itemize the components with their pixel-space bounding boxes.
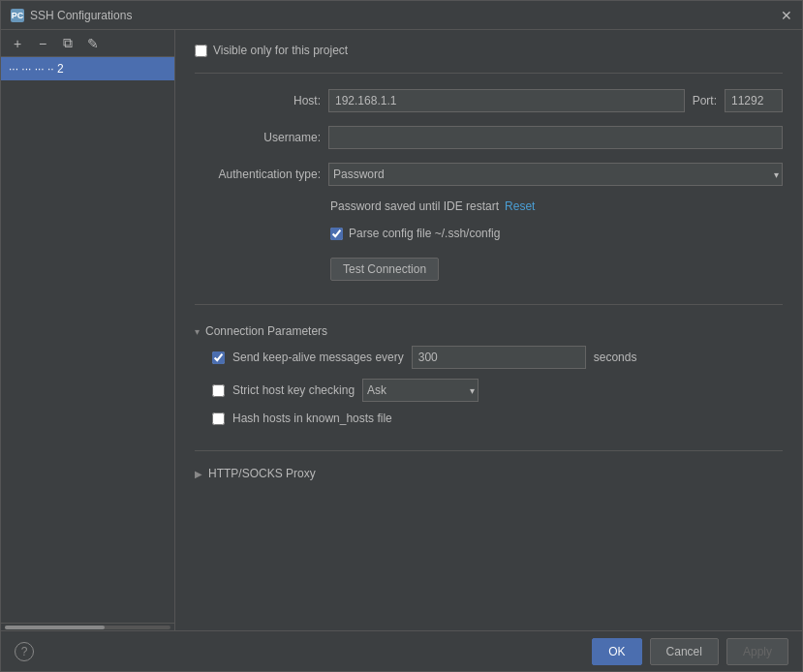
divider-3 <box>195 450 783 451</box>
strict-host-checkbox[interactable] <box>212 384 225 397</box>
username-label: Username: <box>195 131 321 144</box>
visible-only-label[interactable]: Visible only for this project <box>213 44 348 57</box>
apply-button[interactable]: Apply <box>726 638 788 665</box>
main-content: + − ⧉ ✎ ··· ··· ··· ·· 2 Visible only fo… <box>1 30 802 630</box>
server-list: ··· ··· ··· ·· 2 <box>1 57 174 623</box>
seconds-label: seconds <box>594 351 637 364</box>
connection-params-body: Send keep-alive messages every seconds S… <box>195 346 783 425</box>
app-icon: PC <box>11 9 24 22</box>
titlebar-left: PC SSH Configurations <box>11 9 132 22</box>
port-input[interactable] <box>725 89 783 112</box>
parse-config-row: Parse config file ~/.ssh/config <box>195 227 783 240</box>
host-row: Host: Port: <box>195 89 783 112</box>
parse-config-checkbox[interactable] <box>330 228 343 240</box>
keep-alive-label[interactable]: Send keep-alive messages every <box>232 351 404 364</box>
username-row: Username: <box>195 126 783 149</box>
auth-type-label: Authentication type: <box>195 168 321 181</box>
collapse-arrow-icon: ▾ <box>195 326 200 337</box>
strict-host-select-wrapper: Ask Yes No <box>362 379 479 402</box>
footer-left: ? <box>15 642 34 661</box>
strict-host-row: Strict host key checking Ask Yes No <box>212 379 783 402</box>
host-input[interactable] <box>328 89 685 112</box>
scroll-thumb <box>5 626 105 629</box>
auth-type-row: Authentication type: Password Key pair O… <box>195 163 783 186</box>
proxy-header[interactable]: ▶ HTTP/SOCKS Proxy <box>195 467 783 480</box>
left-panel: + − ⧉ ✎ ··· ··· ··· ·· 2 <box>1 30 175 630</box>
reset-button[interactable]: Reset <box>505 199 535 213</box>
add-config-button[interactable]: + <box>7 34 28 53</box>
strict-host-select[interactable]: Ask Yes No <box>362 379 479 402</box>
expand-arrow-icon: ▶ <box>195 469 202 479</box>
keep-alive-input[interactable] <box>412 346 586 369</box>
right-panel: Visible only for this project Host: Port… <box>175 30 802 630</box>
port-label: Port: <box>693 94 717 107</box>
divider-1 <box>195 73 783 74</box>
ssh-configurations-dialog: PC SSH Configurations ✕ + − ⧉ ✎ ··· ··· … <box>0 0 803 672</box>
left-toolbar: + − ⧉ ✎ <box>1 30 174 57</box>
help-button[interactable]: ? <box>15 642 34 661</box>
auth-type-select[interactable]: Password Key pair OpenSSH config and aut… <box>328 163 783 186</box>
visible-only-checkbox[interactable] <box>195 45 207 57</box>
copy-config-button[interactable]: ⧉ <box>57 34 78 53</box>
ok-button[interactable]: OK <box>592 638 641 665</box>
titlebar: PC SSH Configurations ✕ <box>1 1 802 30</box>
hash-hosts-row: Hash hosts in known_hosts file <box>212 412 783 425</box>
visible-only-row: Visible only for this project <box>195 44 783 57</box>
username-input[interactable] <box>328 126 783 149</box>
footer: ? OK Cancel Apply <box>1 630 802 671</box>
list-item[interactable]: ··· ··· ··· ·· 2 <box>1 57 174 80</box>
password-info-row: Password saved until IDE restart Reset <box>195 199 783 213</box>
divider-2 <box>195 304 783 305</box>
connection-params-section: ▾ Connection Parameters Send keep-alive … <box>195 324 783 435</box>
strict-host-label[interactable]: Strict host key checking <box>232 383 355 397</box>
cancel-button[interactable]: Cancel <box>650 638 719 665</box>
proxy-label: HTTP/SOCKS Proxy <box>208 467 316 480</box>
parse-config-label[interactable]: Parse config file ~/.ssh/config <box>349 227 500 240</box>
proxy-section: ▶ HTTP/SOCKS Proxy <box>195 467 783 488</box>
horizontal-scrollbar[interactable] <box>1 623 174 630</box>
hash-hosts-label[interactable]: Hash hosts in known_hosts file <box>232 412 392 425</box>
hash-hosts-checkbox[interactable] <box>212 412 225 425</box>
password-saved-text: Password saved until IDE restart <box>330 199 499 213</box>
test-connection-button[interactable]: Test Connection <box>330 258 439 281</box>
footer-right: OK Cancel Apply <box>592 638 788 665</box>
edit-config-button[interactable]: ✎ <box>82 34 104 53</box>
keep-alive-row: Send keep-alive messages every seconds <box>212 346 783 369</box>
connection-params-label: Connection Parameters <box>205 324 327 338</box>
keep-alive-checkbox[interactable] <box>212 351 225 364</box>
remove-config-button[interactable]: − <box>32 34 53 53</box>
host-label: Host: <box>195 94 321 107</box>
test-connection-row: Test Connection <box>195 258 783 281</box>
dialog-title: SSH Configurations <box>30 9 132 22</box>
close-button[interactable]: ✕ <box>781 8 792 23</box>
auth-type-select-wrapper: Password Key pair OpenSSH config and aut… <box>328 163 783 186</box>
scroll-track <box>5 626 170 629</box>
connection-params-header[interactable]: ▾ Connection Parameters <box>195 324 783 338</box>
